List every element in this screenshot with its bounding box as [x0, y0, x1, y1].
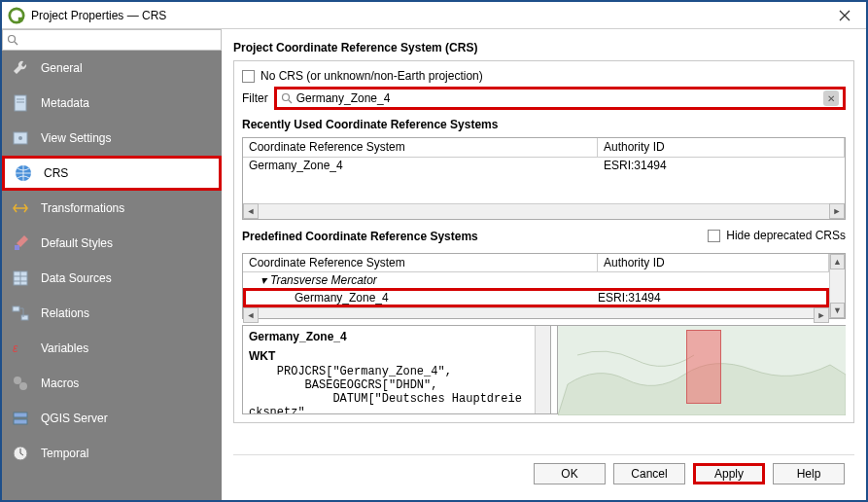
rel-icon: [10, 303, 31, 324]
qgis-logo-icon: [8, 7, 25, 24]
sidebar-item-label: Metadata: [41, 96, 89, 110]
close-icon: [839, 10, 851, 21]
sidebar-search-input[interactable]: [22, 33, 217, 47]
sidebar-item-label: Data Sources: [41, 271, 112, 285]
clear-filter-button[interactable]: ✕: [823, 90, 839, 106]
sidebar-item-view-settings[interactable]: View Settings: [2, 121, 222, 156]
sidebar-item-label: QGIS Server: [41, 412, 108, 425]
sidebar-item-data-sources[interactable]: Data Sources: [2, 261, 222, 296]
predef-hscroll[interactable]: ◄ ►: [243, 307, 829, 318]
predef-table: Coordinate Reference System Authority ID…: [242, 253, 846, 319]
filter-input[interactable]: [296, 91, 819, 105]
search-icon: [281, 92, 293, 104]
scroll-track[interactable]: [830, 269, 845, 303]
main-title: Project Coordinate Reference System (CRS…: [233, 41, 854, 54]
button-bar: OK Cancel Apply Help: [233, 454, 854, 492]
sidebar: GeneralMetadataView SettingsCRSTransform…: [2, 29, 222, 500]
predef-table-body: ▾ Transverse Mercator Germany_Zone_4 ESR…: [243, 272, 829, 307]
sidebar-item-qgis-server[interactable]: QGIS Server: [2, 401, 222, 436]
scroll-down-icon[interactable]: ▼: [830, 303, 845, 318]
recent-hscroll[interactable]: ◄ ►: [243, 203, 845, 219]
scroll-left-icon[interactable]: ◄: [243, 203, 259, 219]
no-crs-label: No CRS (or unknown/non-Earth projection): [260, 69, 483, 83]
col-crs[interactable]: Coordinate Reference System: [243, 254, 598, 271]
col-auth[interactable]: Authority ID: [598, 138, 845, 157]
predef-group-label: Transverse Mercator: [270, 273, 377, 287]
sidebar-item-metadata[interactable]: Metadata: [2, 86, 222, 121]
svg-rect-21: [14, 419, 27, 424]
globe-icon: [13, 162, 34, 184]
scroll-right-icon[interactable]: ►: [829, 203, 845, 219]
content: GeneralMetadataView SettingsCRSTransform…: [2, 29, 866, 500]
apply-button[interactable]: Apply: [693, 463, 765, 484]
sidebar-item-label: Variables: [41, 341, 88, 355]
wkt-label: WKT: [249, 349, 544, 363]
svg-line-3: [15, 42, 17, 45]
sidebar-item-relations[interactable]: Relations: [2, 296, 222, 331]
doc-icon: [10, 92, 31, 114]
wkt-vscroll[interactable]: [535, 326, 550, 413]
sidebar-search[interactable]: [2, 29, 222, 51]
scroll-left-icon[interactable]: ◄: [243, 307, 259, 323]
sidebar-item-variables[interactable]: εVariables: [2, 331, 222, 366]
predef-group[interactable]: ▾ Transverse Mercator: [243, 272, 829, 288]
predef-table-header: Coordinate Reference System Authority ID: [243, 254, 829, 272]
help-button[interactable]: Help: [773, 463, 845, 484]
predef-header-row: Predefined Coordinate Reference Systems …: [242, 226, 846, 249]
svg-point-18: [14, 376, 21, 384]
table-row[interactable]: Germany_Zone_4ESRI:31494: [243, 158, 845, 175]
predef-leaf-crs: Germany_Zone_4: [246, 291, 598, 305]
svg-point-8: [18, 136, 22, 140]
no-crs-checkbox[interactable]: [242, 70, 255, 83]
svg-rect-10: [15, 245, 19, 250]
eye-icon: [10, 127, 31, 149]
cell-crs: Germany_Zone_4: [243, 158, 598, 175]
scroll-up-icon[interactable]: ▲: [830, 254, 845, 269]
sidebar-item-general[interactable]: General: [2, 51, 222, 86]
detail-name: Germany_Zone_4: [249, 330, 544, 343]
svg-rect-4: [15, 95, 26, 111]
svg-rect-1: [18, 17, 23, 21]
col-crs[interactable]: Coordinate Reference System: [243, 138, 598, 157]
predef-leaf[interactable]: Germany_Zone_4 ESRI:31494: [243, 288, 829, 307]
filter-input-wrapper[interactable]: ✕: [274, 87, 846, 110]
svg-rect-20: [14, 412, 27, 417]
sidebar-item-label: General: [41, 61, 83, 75]
sidebar-item-label: Macros: [41, 376, 79, 390]
hide-deprecated-checkbox[interactable]: [708, 230, 720, 242]
sidebar-item-transformations[interactable]: Transformations: [2, 191, 222, 226]
sidebar-item-label: Default Styles: [41, 236, 113, 250]
main-panel: Project Coordinate Reference System (CRS…: [222, 29, 866, 500]
sidebar-item-label: Transformations: [41, 201, 124, 215]
sidebar-item-macros[interactable]: Macros: [2, 366, 222, 401]
sidebar-item-crs[interactable]: CRS: [2, 156, 222, 191]
wkt-text: PROJCRS["Germany_Zone_4", BASEGEOGCRS["D…: [249, 365, 544, 413]
ok-button[interactable]: OK: [534, 463, 606, 484]
col-auth[interactable]: Authority ID: [598, 254, 829, 271]
brush-icon: [10, 233, 31, 254]
sidebar-item-temporal[interactable]: Temporal: [2, 436, 222, 471]
sidebar-item-label: CRS: [44, 166, 68, 180]
window-title: Project Properties — CRS: [31, 9, 825, 22]
titlebar: Project Properties — CRS: [2, 2, 866, 29]
cancel-button[interactable]: Cancel: [613, 463, 685, 484]
predef-vscroll[interactable]: ▲ ▼: [829, 254, 845, 318]
scroll-right-icon[interactable]: ►: [814, 307, 829, 323]
sidebar-item-default-styles[interactable]: Default Styles: [2, 226, 222, 261]
sidebar-item-label: Temporal: [41, 447, 88, 460]
sidebar-item-label: View Settings: [41, 131, 112, 145]
detail-row: Germany_Zone_4 WKT PROJCRS["Germany_Zone…: [242, 325, 846, 414]
recent-table: Coordinate Reference System Authority ID…: [242, 137, 846, 220]
eps-icon: ε: [10, 338, 31, 359]
close-button[interactable]: [825, 3, 864, 28]
server-icon: [10, 408, 31, 429]
svg-rect-16: [21, 315, 28, 320]
svg-rect-15: [13, 306, 19, 311]
sidebar-item-label: Relations: [41, 306, 89, 320]
svg-point-2: [9, 36, 16, 43]
recent-table-header: Coordinate Reference System Authority ID: [243, 138, 845, 158]
wrench-icon: [10, 57, 31, 79]
no-crs-row: No CRS (or unknown/non-Earth projection): [242, 69, 846, 83]
cell-auth: ESRI:31494: [598, 158, 845, 175]
recent-title: Recently Used Coordinate Reference Syste…: [242, 118, 846, 131]
